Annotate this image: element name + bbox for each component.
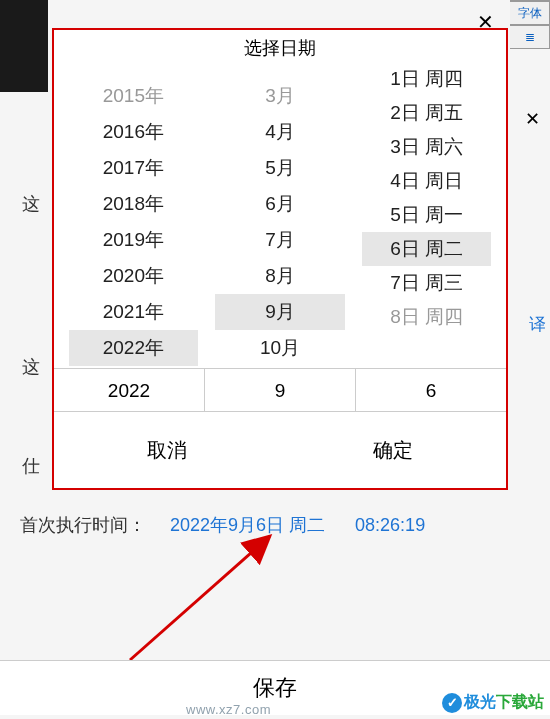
picker-item[interactable]: 8日 周四 <box>362 300 491 334</box>
day-column[interactable]: 1日 周四2日 周五3日 周六4日 周日5日 周一6日 周二7日 周三8日 周四 <box>353 62 500 368</box>
picker-item[interactable]: 8月 <box>215 258 344 294</box>
picker-item[interactable]: 1日 周四 <box>362 62 491 96</box>
bg-label-3: 仕 <box>22 454 40 478</box>
right-toolbar: 字体 ≣ <box>510 0 550 49</box>
selected-month[interactable]: 9 <box>205 369 356 411</box>
picker-item[interactable]: 6月 <box>215 186 344 222</box>
annotation-arrow-icon <box>120 530 320 670</box>
picker-item[interactable]: 2日 周五 <box>362 96 491 130</box>
picker-item[interactable]: 2016年 <box>69 114 198 150</box>
exec-time[interactable]: 08:26:19 <box>355 515 425 536</box>
watermark-brand-1: 极光 <box>464 692 496 713</box>
picker-item[interactable]: 3日 周六 <box>362 130 491 164</box>
year-column[interactable]: 2015年2016年2017年2018年2019年2020年2021年2022年 <box>60 62 207 368</box>
picker-item[interactable]: 7日 周三 <box>362 266 491 300</box>
close-secondary-icon[interactable]: ✕ <box>525 108 540 130</box>
cancel-button[interactable]: 取消 <box>54 412 280 488</box>
bg-dark-strip <box>0 0 48 92</box>
confirm-button[interactable]: 确定 <box>280 412 506 488</box>
picker-item[interactable]: 5月 <box>215 150 344 186</box>
picker-item[interactable]: 5日 周一 <box>362 198 491 232</box>
selected-day[interactable]: 6 <box>356 369 506 411</box>
picker-item[interactable]: 2021年 <box>69 294 198 330</box>
picker-item[interactable]: 2020年 <box>69 258 198 294</box>
selected-date-row: 2022 9 6 <box>54 368 506 412</box>
save-label: 保存 <box>253 673 297 703</box>
selected-year[interactable]: 2022 <box>54 369 205 411</box>
picker-item[interactable]: 3月 <box>215 78 344 114</box>
bg-label-2: 这 <box>22 355 40 379</box>
exec-date[interactable]: 2022年9月6日 周二 <box>170 513 325 537</box>
picker-columns: 2015年2016年2017年2018年2019年2020年2021年2022年… <box>54 62 506 368</box>
watermark-check-icon: ✓ <box>442 693 462 713</box>
date-picker: 选择日期 2015年2016年2017年2018年2019年2020年2021年… <box>52 28 508 490</box>
picker-item[interactable]: 2018年 <box>69 186 198 222</box>
svg-line-0 <box>130 536 270 660</box>
first-execution-row: 首次执行时间： 2022年9月6日 周二 08:26:19 <box>20 513 530 537</box>
picker-item[interactable]: 6日 周二 <box>362 232 491 266</box>
font-label: 字体 <box>518 5 542 22</box>
picker-item[interactable]: 2022年 <box>69 330 198 366</box>
picker-item[interactable]: 7月 <box>215 222 344 258</box>
picker-item[interactable]: 9月 <box>215 294 344 330</box>
exec-label: 首次执行时间： <box>20 513 146 537</box>
picker-item[interactable]: 10月 <box>215 330 344 366</box>
side-link[interactable]: 译 <box>529 313 546 336</box>
watermark: ✓ 极光 下载站 <box>442 692 544 713</box>
picker-title: 选择日期 <box>54 30 506 62</box>
font-button[interactable]: 字体 <box>510 1 550 25</box>
picker-item[interactable]: 2017年 <box>69 150 198 186</box>
bg-label-1: 这 <box>22 192 40 216</box>
picker-item[interactable]: 2015年 <box>69 78 198 114</box>
align-button[interactable]: ≣ <box>510 25 550 49</box>
align-icon: ≣ <box>525 30 535 44</box>
watermark-brand-2: 下载站 <box>496 692 544 713</box>
action-row: 取消 确定 <box>54 412 506 488</box>
picker-item[interactable]: 4月 <box>215 114 344 150</box>
watermark-url: www.xz7.com <box>186 702 271 717</box>
picker-item[interactable]: 4日 周日 <box>362 164 491 198</box>
picker-item[interactable]: 2019年 <box>69 222 198 258</box>
month-column[interactable]: 3月4月5月6月7月8月9月10月 <box>207 62 354 368</box>
